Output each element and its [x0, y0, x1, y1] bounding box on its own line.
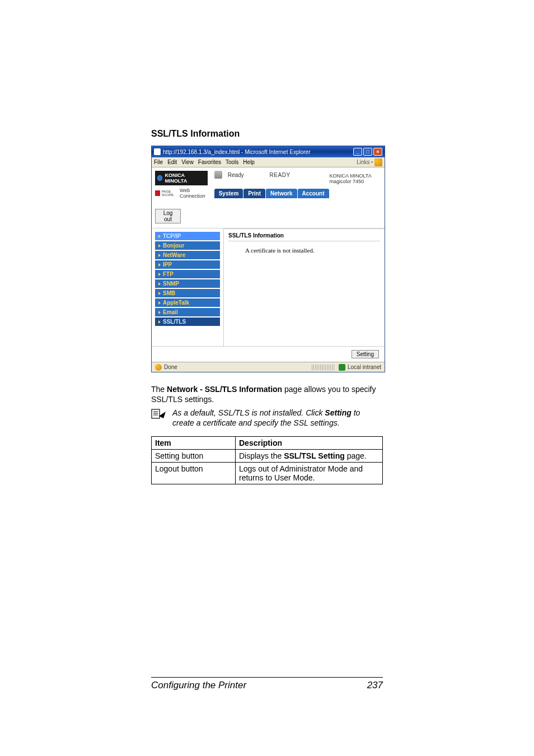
- side-nav: TCP/IP Bonjour NetWare IPP FTP SNMP SMB …: [152, 228, 223, 346]
- links-label[interactable]: Links: [357, 159, 369, 165]
- section-title: SSL/TLS Information: [151, 129, 383, 139]
- close-button[interactable]: ×: [373, 148, 382, 156]
- ie-throbber-icon: [374, 158, 382, 166]
- ssl-info-message: A certificate is not installed.: [228, 241, 380, 254]
- pagescope-icon: [155, 190, 160, 196]
- nav-arrow-icon: [158, 292, 161, 295]
- cell-desc-bold: SSL/TSL Setting: [284, 451, 345, 460]
- ie-statusbar: Done Local intranet: [152, 362, 385, 372]
- ie-titlebar: http://192.168.1.3/a_index.html - Micros…: [152, 146, 385, 157]
- nav-label: SSL/TLS: [163, 319, 186, 325]
- page-footer: Configuring the Printer 237: [151, 677, 383, 691]
- table-head-description: Description: [236, 436, 383, 449]
- tabs-row: System Print Network Account: [211, 189, 330, 198]
- logout-button[interactable]: Log out: [155, 209, 181, 223]
- menu-help[interactable]: Help: [243, 159, 255, 165]
- minimize-button[interactable]: _: [353, 148, 362, 156]
- nav-bonjour[interactable]: Bonjour: [155, 241, 220, 250]
- nav-arrow-icon: [158, 263, 161, 267]
- nav-label: IPP: [163, 262, 172, 268]
- nav-label: SMB: [163, 290, 175, 296]
- tab-system[interactable]: System: [214, 189, 243, 198]
- nav-arrow-icon: [158, 301, 161, 305]
- tab-account[interactable]: Account: [298, 189, 329, 198]
- ie-menubar: File Edit View Favorites Tools Help Link…: [152, 157, 385, 167]
- nav-snmp[interactable]: SNMP: [155, 279, 220, 288]
- svg-rect-0: [152, 409, 160, 418]
- nav-label: Bonjour: [163, 242, 184, 249]
- printer-status-icon: [214, 171, 222, 179]
- status-done-icon: [155, 364, 162, 371]
- nav-ftp[interactable]: FTP: [155, 270, 220, 278]
- footer-page-number: 237: [367, 680, 383, 691]
- cell-desc: Displays the SSL/TSL Setting page.: [236, 449, 383, 462]
- nav-smb[interactable]: SMB: [155, 289, 220, 297]
- cell-item: Setting button: [152, 449, 236, 462]
- nav-arrow-icon: [158, 311, 161, 314]
- note-text-pre: As a default, SSL/TLS is not installed. …: [172, 408, 325, 417]
- nav-arrow-icon: [158, 320, 161, 324]
- pagescope-label: PAGE SCOPE Web Connection: [155, 188, 208, 199]
- nav-email[interactable]: Email: [155, 308, 220, 316]
- nav-arrow-icon: [158, 273, 161, 276]
- footer-rule: [151, 677, 383, 678]
- brand-text: KONICA MINOLTA: [165, 172, 205, 184]
- ie-title-text: http://192.168.1.3/a_index.html - Micros…: [163, 149, 310, 155]
- cell-desc-text: page.: [345, 451, 367, 460]
- nav-netware[interactable]: NetWare: [155, 251, 220, 259]
- nav-arrow-icon: [158, 244, 161, 248]
- tab-network[interactable]: Network: [266, 189, 297, 198]
- nav-tcpip[interactable]: TCP/IP: [155, 232, 220, 240]
- nav-ssltls[interactable]: SSL/TLS: [155, 318, 220, 326]
- table-row: Logout button Logs out of Administrator …: [152, 462, 383, 484]
- para-bold: Network - SSL/TLS Information: [167, 385, 282, 394]
- item-description-table: Item Description Setting button Displays…: [151, 436, 383, 484]
- note-row: As a default, SSL/TLS is not installed. …: [151, 408, 383, 428]
- table-head-item: Item: [152, 436, 236, 449]
- nav-arrow-icon: [158, 235, 161, 238]
- security-zone-icon: [339, 364, 345, 371]
- menu-file[interactable]: File: [154, 159, 163, 165]
- nav-label: NetWare: [163, 252, 185, 258]
- tab-print[interactable]: Print: [243, 189, 265, 198]
- links-chevron-icon[interactable]: »: [371, 160, 373, 165]
- nav-ipp[interactable]: IPP: [155, 260, 220, 269]
- note-icon: [151, 408, 166, 422]
- cell-item: Logout button: [152, 462, 236, 484]
- nav-label: AppleTalk: [163, 300, 189, 306]
- table-row: Setting button Displays the SSL/TSL Sett…: [152, 449, 383, 462]
- para-text: The: [151, 385, 167, 394]
- nav-arrow-icon: [158, 282, 161, 286]
- nav-label: Email: [163, 309, 178, 315]
- brand-bar: KONICA MINOLTA: [155, 171, 208, 185]
- menu-edit[interactable]: Edit: [167, 159, 177, 165]
- status-done-text: Done: [164, 364, 177, 370]
- model-text: magicolor 7450: [330, 179, 380, 184]
- nav-label: FTP: [163, 271, 174, 277]
- footer-left-text: Configuring the Printer: [151, 680, 246, 691]
- menu-tools[interactable]: Tools: [226, 159, 238, 165]
- brand-right-text: KONICA MINOLTA: [330, 173, 380, 179]
- security-zone-text: Local intranet: [348, 364, 381, 370]
- menu-view[interactable]: View: [181, 159, 194, 165]
- intro-paragraph: The Network - SSL/TLS Information page a…: [151, 385, 383, 405]
- nav-label: SNMP: [163, 281, 179, 287]
- note-text-bold: Setting: [325, 408, 351, 417]
- brand-logo-icon: [157, 175, 162, 181]
- ssl-info-heading: SSL/TLS Information: [228, 232, 380, 241]
- nav-arrow-icon: [158, 254, 161, 257]
- maximize-button[interactable]: □: [363, 148, 372, 156]
- menu-favorites[interactable]: Favorites: [198, 159, 221, 165]
- setting-button[interactable]: Setting: [352, 350, 379, 358]
- cell-desc-text: Displays the: [239, 451, 284, 460]
- main-panel: SSL/TLS Information A certificate is not…: [223, 228, 385, 346]
- ready-big-label: READY: [270, 172, 291, 178]
- ie-screenshot: http://192.168.1.3/a_index.html - Micros…: [151, 146, 385, 372]
- ready-small-label: Ready: [228, 172, 244, 178]
- cell-desc: Logs out of Administrator Mode and retur…: [236, 462, 383, 484]
- nav-appletalk[interactable]: AppleTalk: [155, 298, 220, 307]
- pagescope-text: Web Connection: [180, 188, 208, 199]
- nav-label: TCP/IP: [163, 233, 181, 239]
- pagescope-prefix: PAGE SCOPE: [162, 190, 178, 197]
- ie-app-icon: [154, 148, 161, 155]
